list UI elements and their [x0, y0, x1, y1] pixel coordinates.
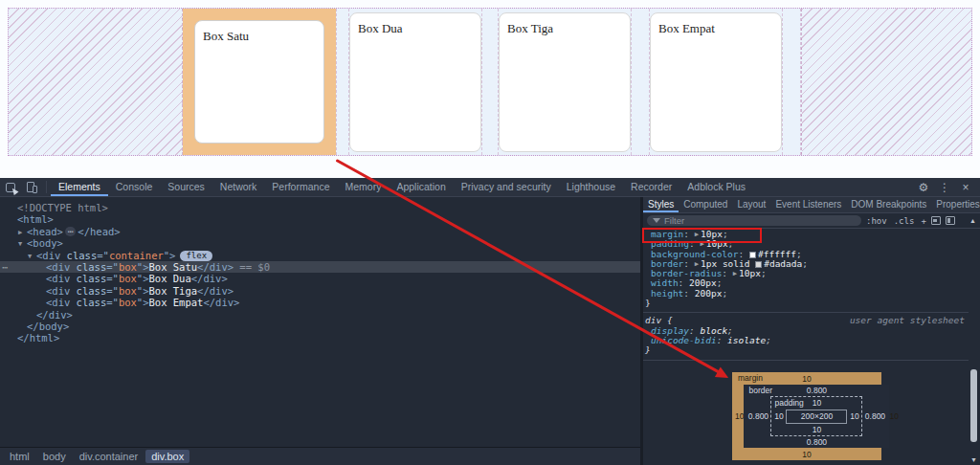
inspected-element-highlight: Box Satu	[183, 9, 336, 155]
dom-tree-row[interactable]: </div>	[0, 309, 640, 321]
padding-bottom-value: 10	[813, 425, 821, 434]
dom-tree-row[interactable]: <html>	[0, 213, 640, 225]
tab-memory[interactable]: Memory	[337, 178, 389, 196]
dom-tree-row[interactable]: <div class="box">Box Empat</div>	[0, 297, 640, 308]
code-token: ="	[106, 261, 119, 273]
toggle--hov[interactable]: :hov	[866, 216, 887, 226]
filter-input[interactable]: Filter	[647, 215, 861, 226]
dom-tree-row[interactable]: <!DOCTYPE html>	[0, 202, 640, 213]
styles-tab-styles[interactable]: Styles	[643, 197, 679, 212]
tab-recorder[interactable]: Recorder	[623, 178, 679, 196]
expand-value-icon[interactable]: ▶	[695, 260, 699, 268]
computed-sidebar-icon[interactable]	[946, 216, 955, 225]
code-token: ">	[137, 273, 149, 284]
browser-viewport: Box Satu Box Dua Box Tiga Box Empat	[0, 0, 980, 178]
scrollbar-thumb[interactable]	[970, 369, 977, 442]
padding-top-value: 10	[813, 398, 821, 408]
color-swatch[interactable]	[755, 261, 762, 268]
dom-tree-row[interactable]: <div class="box">Box Dua</div>	[0, 273, 640, 284]
code-token: <div	[46, 285, 70, 297]
code-token: Box Satu	[149, 261, 198, 273]
page-box-label: Box Tiga	[507, 21, 553, 35]
toggle--cls[interactable]: .cls	[894, 216, 915, 226]
page-box-dua: Box Dua	[349, 12, 481, 152]
page-box-label: Box Empat	[658, 21, 715, 35]
code-token: <div	[46, 297, 70, 308]
styles-tab-layout[interactable]: Layout	[732, 197, 770, 212]
flex-free-space-hatch-right	[801, 9, 971, 155]
tab-lighthouse[interactable]: Lighthouse	[559, 178, 623, 196]
page-box-tiga: Box Tiga	[499, 12, 631, 152]
breadcrumb-item-body[interactable]: body	[37, 450, 72, 463]
tab-application[interactable]: Application	[389, 178, 453, 196]
rendering-emulation-icon[interactable]	[931, 216, 941, 225]
inspect-element-icon[interactable]	[0, 178, 21, 197]
devtools-toolbar: ElementsConsoleSourcesNetworkPerformance…	[0, 178, 980, 197]
code-token: ="	[106, 297, 119, 308]
css-property-unicode-bidi[interactable]: unicode-bidi: isolate;	[643, 336, 969, 345]
scrollbar-down-icon[interactable]: ▼	[970, 456, 977, 463]
toolbar-right-icons: ⚙ ⋮ ×	[915, 181, 980, 194]
code-token: class	[70, 261, 106, 273]
margin-label: margin	[738, 373, 763, 383]
breadcrumb-item-div-container[interactable]: div.container	[74, 450, 145, 463]
code-token: box	[119, 285, 137, 297]
code-token: </body>	[27, 321, 69, 332]
code-token: </head>	[78, 226, 120, 237]
screenshot-root: Box Satu Box Dua Box Tiga Box Empat	[0, 0, 980, 465]
toggle--[interactable]: +	[921, 216, 925, 226]
code-token: Box Dua	[149, 273, 191, 284]
dom-tree-row[interactable]: </body>	[0, 321, 640, 332]
dom-tree-row[interactable]: </html>	[0, 332, 640, 343]
tab-network[interactable]: Network	[212, 178, 265, 196]
flex-container-overlay: Box Satu Box Dua Box Tiga Box Empat	[8, 8, 972, 156]
styles-tab-properties[interactable]: Properties	[931, 197, 980, 212]
color-swatch[interactable]	[749, 252, 756, 258]
code-token: </div>	[191, 273, 228, 284]
code-token: ">	[137, 297, 149, 308]
close-icon[interactable]: ×	[957, 181, 974, 194]
dom-tree-row[interactable]: ▶<head>⋯</head>	[0, 226, 640, 237]
dom-tree-row[interactable]: <div class="box">Box Tiga</div>	[0, 285, 640, 297]
dom-tree-row[interactable]: ⋯<div class="box">Box Satu</div> == $0	[0, 261, 640, 273]
flex-gap	[336, 9, 349, 155]
tab-console[interactable]: Console	[108, 178, 161, 196]
code-token: ">	[164, 250, 176, 261]
devtools-window: ElementsConsoleSourcesNetworkPerformance…	[0, 178, 980, 465]
devtools-tab-bar: ElementsConsoleSourcesNetworkPerformance…	[51, 178, 753, 196]
code-token: class	[70, 297, 106, 308]
flex-badge[interactable]: flex	[180, 251, 212, 261]
styles-tab-dom-breakpoints[interactable]: DOM Breakpoints	[846, 197, 931, 212]
dom-tree-row[interactable]: ▼<body>	[0, 237, 640, 249]
dom-tree-row[interactable]: ▼<div class="container">flex	[0, 250, 640, 261]
kebab-menu-icon[interactable]: ⋮	[936, 181, 953, 194]
tab-elements[interactable]: Elements	[51, 178, 108, 196]
breadcrumb-item-html[interactable]: html	[4, 450, 35, 463]
device-toolbar-icon[interactable]	[21, 178, 42, 197]
tree-gutter-mark: ⋯	[2, 261, 8, 273]
styles-tab-event-listeners[interactable]: Event Listeners	[770, 197, 846, 212]
code-token: box	[119, 273, 137, 284]
code-token: <html>	[17, 213, 54, 225]
tab-performance[interactable]: Performance	[264, 178, 337, 196]
css-property-height[interactable]: height: 200px;	[643, 289, 969, 299]
code-token: ="	[106, 285, 119, 297]
scrollbar-up-icon[interactable]: ▲	[969, 217, 976, 224]
styles-tab-computed[interactable]: Computed	[679, 197, 732, 212]
box-model-diagram[interactable]: margin 10 10 border 0.800 0.800	[732, 372, 881, 460]
box-model-content-size: 200×200	[786, 410, 847, 424]
settings-gear-icon[interactable]: ⚙	[915, 181, 932, 194]
tab-sources[interactable]: Sources	[160, 178, 212, 196]
tab-adblock-plus[interactable]: Adblock Plus	[679, 178, 753, 196]
flex-free-space-hatch-left	[9, 9, 183, 155]
code-token: ">	[137, 285, 149, 297]
flex-gap	[782, 9, 801, 155]
code-token: </div>	[197, 261, 234, 273]
breadcrumb-item-div-box[interactable]: div.box	[145, 450, 189, 463]
tab-privacy-and-security[interactable]: Privacy and security	[454, 178, 559, 196]
code-token: <div	[46, 273, 70, 284]
filter-placeholder: Filter	[664, 215, 684, 226]
expand-value-icon[interactable]: ▶	[733, 270, 737, 277]
border-bottom-value: 0.800	[807, 437, 827, 447]
border-right-value: 0.800	[862, 396, 887, 436]
